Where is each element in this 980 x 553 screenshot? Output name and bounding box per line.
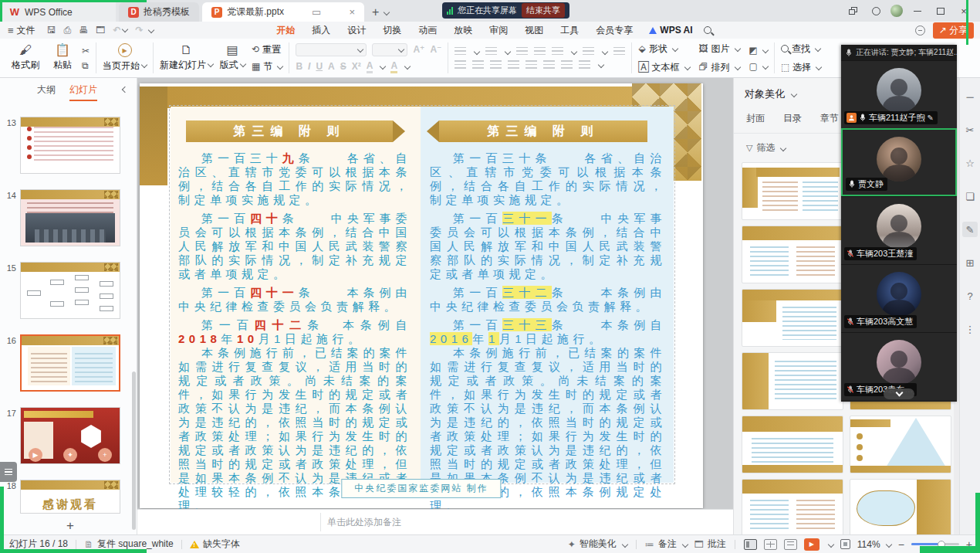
output-icon[interactable]: ⎙ bbox=[64, 25, 72, 36]
pen-icon[interactable]: ✎ bbox=[962, 222, 978, 237]
arrange-button[interactable]: 🗇排列 bbox=[699, 61, 740, 74]
align-text-icon[interactable] bbox=[579, 60, 590, 69]
panel-toggle-button[interactable] bbox=[0, 462, 17, 482]
template-thumbnail[interactable] bbox=[742, 226, 843, 283]
chevron-down-icon[interactable] bbox=[791, 91, 797, 97]
paste-button[interactable]: 📋 粘贴 bbox=[45, 40, 80, 76]
template-thumbnail[interactable] bbox=[850, 416, 951, 473]
shadow-button[interactable]: A bbox=[328, 61, 335, 72]
picture-button[interactable]: 🖼图片 bbox=[699, 42, 740, 56]
tab-wps-home[interactable]: W WPS Office bbox=[0, 2, 116, 22]
beautify-tab-toc[interactable]: 目录 bbox=[783, 112, 802, 125]
reset-button[interactable]: ⟲重置 bbox=[252, 43, 282, 56]
frame-icon[interactable]: ⊞ bbox=[962, 255, 978, 270]
bullets-icon[interactable] bbox=[455, 47, 466, 56]
slide-thumb-15[interactable]: 15 bbox=[3, 262, 130, 319]
stacked-windows-icon[interactable] bbox=[844, 3, 861, 19]
fill-color-button[interactable]: ◩ bbox=[749, 45, 768, 56]
save-icon[interactable]: 🖫 bbox=[47, 25, 56, 36]
cut-tool-icon[interactable]: ✂ bbox=[962, 122, 978, 137]
preview-icon[interactable]: 🗔 bbox=[96, 25, 105, 36]
add-slide-button[interactable]: + bbox=[20, 518, 120, 534]
slide-thumb-14[interactable]: 14 bbox=[3, 189, 130, 246]
wps-ai-button[interactable]: WPS AI bbox=[649, 25, 692, 36]
tab-current-pptx[interactable]: P 党课最新.pptx ▭ × bbox=[202, 2, 364, 22]
redo-icon[interactable]: ↷ bbox=[135, 25, 143, 36]
align-right-icon[interactable] bbox=[490, 60, 502, 69]
smart-beautify-button[interactable]: ✦ 智能美化 bbox=[568, 538, 627, 551]
slide-thumb-16-selected[interactable]: 16 bbox=[3, 334, 130, 392]
template-thumbnail[interactable] bbox=[742, 479, 843, 534]
slide-thumb-17[interactable]: 17 ▶ ✦ + bbox=[3, 407, 130, 464]
template-thumbnail[interactable] bbox=[742, 289, 843, 347]
beautify-tab-section[interactable]: 章节 bbox=[820, 112, 839, 125]
outline-color-button[interactable]: ▢ bbox=[749, 61, 768, 72]
account-avatar[interactable] bbox=[890, 5, 903, 17]
end-share-button[interactable]: 结束共享 bbox=[522, 3, 565, 18]
decrease-indent-icon[interactable] bbox=[516, 47, 528, 56]
numbering-icon[interactable] bbox=[485, 47, 497, 56]
new-slide-button[interactable]: 🗋 新建幻灯片 bbox=[160, 40, 213, 76]
tab-slideshow[interactable]: 放映 bbox=[445, 22, 481, 39]
collapse-panel-icon[interactable] bbox=[122, 87, 128, 93]
participant-tile[interactable]: 车辆203王楚潼 bbox=[841, 196, 957, 264]
tab-template-doc[interactable]: D 抢稿秀模板 bbox=[119, 2, 199, 22]
template-thumbnail[interactable] bbox=[742, 162, 843, 220]
pages-icon[interactable]: ❏ bbox=[962, 188, 978, 204]
zoom-level[interactable]: 114% bbox=[857, 539, 891, 550]
textbox-button[interactable]: 🄰文本框 bbox=[638, 61, 689, 74]
slide-thumb-18[interactable]: 18 感谢观看 bbox=[3, 480, 130, 514]
format-painter-button[interactable]: 🖌 格式刷 bbox=[8, 40, 43, 76]
tab-view[interactable]: 视图 bbox=[516, 22, 552, 39]
file-menu[interactable]: ≡ 文件 bbox=[0, 24, 43, 37]
indent-right-icon[interactable] bbox=[561, 60, 573, 69]
strikethrough-button[interactable]: S bbox=[340, 61, 346, 72]
columns-icon[interactable] bbox=[613, 47, 625, 56]
align-left-icon[interactable] bbox=[455, 60, 466, 69]
participant-tile[interactable]: 车辆203袁东… bbox=[841, 332, 957, 400]
thumbnail-scrollbar[interactable] bbox=[132, 371, 136, 530]
more-icon[interactable]: ⋮ bbox=[962, 321, 978, 337]
thumb-play-button[interactable]: ▶ bbox=[29, 448, 42, 462]
find-button[interactable]: 查找 bbox=[781, 42, 821, 56]
participant-tile[interactable]: 车辆203高文慧 bbox=[841, 264, 957, 332]
italic-button[interactable]: I bbox=[308, 61, 310, 72]
template-thumbnail[interactable] bbox=[742, 352, 843, 410]
print-icon[interactable]: 🖶 bbox=[79, 25, 88, 36]
reading-view-button[interactable] bbox=[784, 539, 797, 550]
collapse-videos-button[interactable] bbox=[884, 388, 914, 399]
text-direction-icon[interactable] bbox=[552, 47, 563, 56]
normal-view-button[interactable] bbox=[744, 539, 757, 550]
tab-home[interactable]: 开始 bbox=[268, 22, 303, 39]
new-tab-button[interactable]: + bbox=[364, 2, 397, 22]
tab-review[interactable]: 审阅 bbox=[481, 22, 516, 39]
tab-close-icon[interactable]: × bbox=[349, 6, 355, 18]
missing-font-warning[interactable]: 缺失字体 bbox=[190, 538, 240, 551]
underline-button[interactable]: U bbox=[316, 61, 323, 72]
participant-tile-speaking[interactable]: 贾文静 bbox=[841, 128, 957, 196]
font-name-select[interactable] bbox=[296, 43, 367, 56]
decrease-font-icon[interactable]: A⁻ bbox=[430, 44, 441, 55]
align-center-icon[interactable] bbox=[472, 60, 484, 69]
highlight-color-button[interactable]: A bbox=[390, 60, 397, 73]
font-size-select[interactable] bbox=[372, 43, 407, 56]
minimize-button[interactable] bbox=[909, 3, 926, 19]
tab-outline[interactable]: 大纲 bbox=[37, 83, 56, 97]
undo-icon[interactable]: ↶ bbox=[113, 25, 127, 36]
layout-button[interactable]: ▤ 版式 bbox=[215, 40, 250, 76]
section-button[interactable]: ▦节 bbox=[252, 60, 282, 73]
increase-indent-icon[interactable] bbox=[534, 47, 546, 56]
tab-tools[interactable]: 工具 bbox=[552, 22, 587, 39]
collapse-ribbon-icon[interactable] bbox=[915, 25, 925, 36]
bold-button[interactable]: B bbox=[296, 61, 302, 72]
chevron-down-icon[interactable] bbox=[148, 27, 154, 33]
fit-to-window-button[interactable] bbox=[840, 539, 850, 549]
slide-sorter-view-button[interactable] bbox=[764, 539, 777, 550]
font-color-button[interactable]: A bbox=[367, 60, 373, 73]
current-slide[interactable]: 第三编 附 则 第三编 附 则 第一百三十九条 各省、自治区、直辖市党委可以根据… bbox=[140, 83, 703, 508]
indent-left-icon[interactable] bbox=[543, 60, 555, 69]
tab-membership[interactable]: 会员专享 bbox=[587, 22, 641, 39]
thumb-add-button[interactable]: + bbox=[98, 448, 112, 462]
edit-name-icon[interactable]: ✎ bbox=[928, 114, 934, 122]
restore-button[interactable] bbox=[932, 3, 949, 19]
